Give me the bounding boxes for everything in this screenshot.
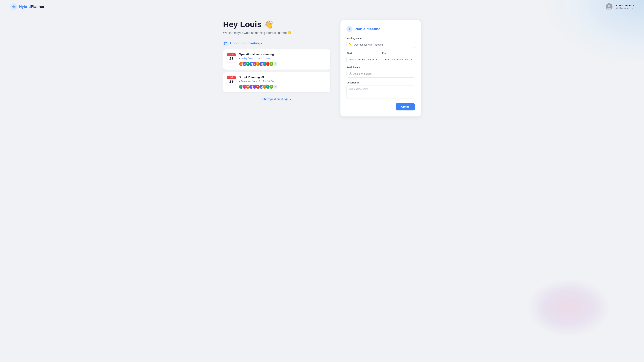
meeting-2-participants: K L M N O P Q R S T +5 <box>239 84 326 89</box>
meeting-1-participants: A B C D E F G H I J +5 <box>239 61 326 66</box>
create-btn-row: Create <box>346 103 415 110</box>
pencil-icon: ✏️ <box>349 43 352 46</box>
participants-group: Participants Add a participant <box>346 66 415 78</box>
right-panel: + Plan a meeting Meeting name ✏️ Operati… <box>340 20 421 116</box>
user-avatar-img <box>606 3 612 10</box>
participants-input-wrapper[interactable]: Add a participant <box>346 70 415 78</box>
logo-icon <box>10 3 18 10</box>
meeting-1-info: Operational team meeting Today from 10h3… <box>239 53 326 66</box>
meeting-2-info: Sprint Planning 23 Tomorrow from 16h15 t… <box>239 76 326 89</box>
end-chevron-icon: ▾ <box>411 58 412 61</box>
person-icon <box>349 72 352 75</box>
main-content: Hey Louis 👋 We can maybe write something… <box>213 13 431 126</box>
greeting-title: Hey Louis 👋 <box>223 20 330 29</box>
logo[interactable]: HybridPlanner <box>10 3 44 10</box>
meeting-1-time: Today from 10h30 to 11h30 <box>239 57 326 60</box>
meeting-2-time-dot <box>239 81 240 82</box>
end-value: mardi 12 octobre à 12h32 <box>384 58 410 61</box>
meeting-1-month: JUL <box>227 53 236 56</box>
svg-point-6 <box>608 5 610 7</box>
plan-plus-icon: + <box>346 26 352 32</box>
meeting-name-group: Meeting name ✏️ Operational team meeting <box>346 37 415 48</box>
meeting-2-day: 29 <box>227 79 236 85</box>
navbar: HybridPlanner Louis DePierre louis@depie… <box>0 0 644 13</box>
user-email: louis@depierre.com <box>614 7 634 9</box>
end-label: End <box>382 52 415 55</box>
meeting-1-extra-count: +5 <box>273 61 278 66</box>
start-label: Start <box>346 52 379 55</box>
svg-point-4 <box>14 7 16 8</box>
participants-label: Participants <box>346 66 415 69</box>
show-past-label: Show past meetings <box>262 98 288 101</box>
meeting-name-label: Meeting name <box>346 37 415 39</box>
meeting-2-date-badge: JUL 29 <box>227 76 236 85</box>
start-group: Start mardi 12 octobre à 12h32 ▾ <box>346 52 379 63</box>
meetings-list: JUL 28 Operational team meeting Today fr… <box>223 49 330 92</box>
meeting-card-1[interactable]: JUL 28 Operational team meeting Today fr… <box>223 49 330 69</box>
upcoming-section-header: Upcoming meetings <box>223 41 330 46</box>
meeting-1-name: Operational team meeting <box>239 53 326 56</box>
end-group: End mardi 12 octobre à 12h32 ▾ <box>382 52 415 63</box>
meeting-2-time: Tomorrow from 16h15 to 16h30 <box>239 80 326 83</box>
create-button[interactable]: Create <box>396 103 415 110</box>
plan-header: + Plan a meeting <box>346 26 415 32</box>
user-name: Louis DePierre <box>614 4 634 7</box>
user-info: Louis DePierre louis@depierre.com <box>606 3 634 10</box>
meeting-2-extra-count: +5 <box>273 84 278 89</box>
left-panel: Hey Louis 👋 We can maybe write something… <box>223 20 330 116</box>
description-textarea[interactable] <box>346 85 415 99</box>
meeting-name-value: Operational team meeting <box>354 43 412 46</box>
meeting-1-time-dot <box>239 58 240 59</box>
meeting-card-2[interactable]: JUL 29 Sprint Planning 23 Tomorrow from … <box>223 72 330 92</box>
show-past-meetings-button[interactable]: Show past meetings ▾ <box>223 96 330 102</box>
meeting-2-month: JUL <box>227 76 236 79</box>
end-select[interactable]: mardi 12 octobre à 12h32 ▾ <box>382 56 415 63</box>
date-row: Start mardi 12 octobre à 12h32 ▾ End mar… <box>346 52 415 63</box>
plan-meeting-card: + Plan a meeting Meeting name ✏️ Operati… <box>340 20 421 116</box>
greeting-subtitle: We can maybe write something interesting… <box>223 31 330 35</box>
start-chevron-icon: ▾ <box>376 58 377 61</box>
svg-rect-8 <box>224 42 227 45</box>
description-label: Description <box>346 81 415 84</box>
start-select[interactable]: mardi 12 octobre à 12h32 ▾ <box>346 56 379 63</box>
upcoming-section-title: Upcoming meetings <box>230 41 262 45</box>
meeting-1-date-badge: JUL 28 <box>227 53 236 62</box>
description-group: Description <box>346 81 415 99</box>
logo-text: HybridPlanner <box>19 4 44 9</box>
participants-placeholder: Add a participant <box>353 72 412 75</box>
svg-point-12 <box>350 72 351 73</box>
meeting-2-name: Sprint Planning 23 <box>239 76 326 79</box>
meeting-name-input-wrapper[interactable]: ✏️ Operational team meeting <box>346 41 415 48</box>
svg-point-3 <box>12 5 13 6</box>
chevron-down-icon: ▾ <box>290 98 291 101</box>
meeting-1-day: 28 <box>227 56 236 62</box>
calendar-icon <box>223 41 228 46</box>
start-value: mardi 12 octobre à 12h32 <box>349 58 374 61</box>
user-details: Louis DePierre louis@depierre.com <box>614 4 634 9</box>
plan-title: Plan a meeting <box>354 27 380 31</box>
